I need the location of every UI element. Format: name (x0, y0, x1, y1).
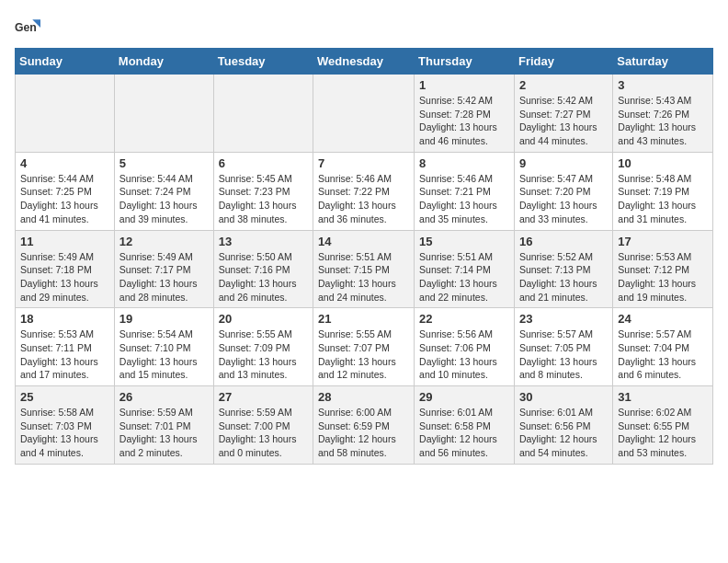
day-number: 1 (419, 78, 509, 92)
day-info: Sunrise: 6:00 AM Sunset: 6:59 PM Dayligh… (318, 406, 409, 460)
day-info: Sunrise: 5:44 AM Sunset: 7:24 PM Dayligh… (119, 172, 209, 226)
calendar-cell: 15Sunrise: 5:51 AM Sunset: 7:14 PM Dayli… (415, 230, 515, 308)
weekday-header-saturday: Saturday (613, 49, 713, 75)
calendar-cell: 28Sunrise: 6:00 AM Sunset: 6:59 PM Dayli… (313, 386, 415, 465)
calendar-cell: 29Sunrise: 6:01 AM Sunset: 6:58 PM Dayli… (415, 386, 515, 465)
calendar-cell: 16Sunrise: 5:52 AM Sunset: 7:13 PM Dayli… (514, 230, 612, 308)
day-info: Sunrise: 6:01 AM Sunset: 6:56 PM Dayligh… (519, 406, 608, 460)
day-info: Sunrise: 5:46 AM Sunset: 7:21 PM Dayligh… (419, 172, 509, 226)
calendar-cell: 10Sunrise: 5:48 AM Sunset: 7:19 PM Dayli… (613, 152, 713, 230)
logo: Gen (15, 15, 44, 40)
weekday-header-sunday: Sunday (16, 49, 115, 75)
day-info: Sunrise: 5:42 AM Sunset: 7:28 PM Dayligh… (419, 94, 509, 148)
day-info: Sunrise: 6:01 AM Sunset: 6:58 PM Dayligh… (419, 406, 509, 460)
calendar-table: SundayMondayTuesdayWednesdayThursdayFrid… (15, 48, 713, 465)
day-number: 19 (119, 312, 209, 326)
logo-icon: Gen (15, 15, 40, 40)
day-number: 25 (20, 390, 109, 404)
weekday-header-tuesday: Tuesday (213, 49, 313, 75)
day-number: 18 (20, 312, 109, 326)
calendar-week-row: 1Sunrise: 5:42 AM Sunset: 7:28 PM Daylig… (16, 75, 713, 153)
calendar-cell: 23Sunrise: 5:57 AM Sunset: 7:05 PM Dayli… (514, 308, 612, 386)
day-info: Sunrise: 5:52 AM Sunset: 7:13 PM Dayligh… (519, 250, 608, 304)
weekday-header-wednesday: Wednesday (313, 49, 415, 75)
calendar-week-row: 11Sunrise: 5:49 AM Sunset: 7:18 PM Dayli… (16, 230, 713, 308)
day-number: 20 (219, 312, 308, 326)
calendar-cell: 30Sunrise: 6:01 AM Sunset: 6:56 PM Dayli… (514, 386, 612, 465)
calendar-week-row: 25Sunrise: 5:58 AM Sunset: 7:03 PM Dayli… (16, 386, 713, 465)
calendar-cell: 17Sunrise: 5:53 AM Sunset: 7:12 PM Dayli… (613, 230, 713, 308)
calendar-cell: 13Sunrise: 5:50 AM Sunset: 7:16 PM Dayli… (213, 230, 313, 308)
calendar-cell: 27Sunrise: 5:59 AM Sunset: 7:00 PM Dayli… (213, 386, 313, 465)
day-info: Sunrise: 5:55 AM Sunset: 7:07 PM Dayligh… (318, 327, 409, 382)
svg-text:Gen: Gen (15, 21, 37, 34)
day-number: 10 (618, 156, 708, 170)
day-number: 14 (318, 235, 409, 248)
calendar-cell: 4Sunrise: 5:44 AM Sunset: 7:25 PM Daylig… (16, 152, 115, 230)
day-number: 8 (419, 156, 509, 170)
day-info: Sunrise: 5:55 AM Sunset: 7:09 PM Dayligh… (219, 327, 308, 382)
day-number: 21 (318, 312, 409, 326)
calendar-cell: 8Sunrise: 5:46 AM Sunset: 7:21 PM Daylig… (415, 152, 515, 230)
day-info: Sunrise: 5:53 AM Sunset: 7:12 PM Dayligh… (618, 250, 708, 304)
calendar-cell: 6Sunrise: 5:45 AM Sunset: 7:23 PM Daylig… (213, 152, 313, 230)
calendar-cell: 19Sunrise: 5:54 AM Sunset: 7:10 PM Dayli… (114, 308, 213, 386)
day-info: Sunrise: 6:02 AM Sunset: 6:55 PM Dayligh… (618, 406, 708, 460)
calendar-cell: 9Sunrise: 5:47 AM Sunset: 7:20 PM Daylig… (514, 152, 612, 230)
calendar-cell: 25Sunrise: 5:58 AM Sunset: 7:03 PM Dayli… (16, 386, 115, 465)
day-number: 13 (219, 235, 308, 248)
day-number: 24 (618, 312, 708, 326)
day-info: Sunrise: 5:46 AM Sunset: 7:22 PM Dayligh… (318, 172, 409, 226)
day-info: Sunrise: 5:44 AM Sunset: 7:25 PM Dayligh… (20, 172, 109, 226)
calendar-cell: 7Sunrise: 5:46 AM Sunset: 7:22 PM Daylig… (313, 152, 415, 230)
calendar-week-row: 18Sunrise: 5:53 AM Sunset: 7:11 PM Dayli… (16, 308, 713, 386)
day-number: 28 (318, 390, 409, 404)
day-number: 15 (419, 235, 509, 248)
day-number: 27 (219, 390, 308, 404)
day-number: 17 (618, 235, 708, 248)
calendar-cell (114, 75, 213, 153)
calendar-cell: 21Sunrise: 5:55 AM Sunset: 7:07 PM Dayli… (313, 308, 415, 386)
day-number: 5 (119, 156, 209, 170)
calendar-cell: 12Sunrise: 5:49 AM Sunset: 7:17 PM Dayli… (114, 230, 213, 308)
day-info: Sunrise: 5:51 AM Sunset: 7:15 PM Dayligh… (318, 250, 409, 304)
day-number: 23 (519, 312, 608, 326)
day-info: Sunrise: 5:57 AM Sunset: 7:04 PM Dayligh… (618, 327, 708, 382)
day-info: Sunrise: 5:45 AM Sunset: 7:23 PM Dayligh… (219, 172, 308, 226)
day-info: Sunrise: 5:49 AM Sunset: 7:17 PM Dayligh… (119, 250, 209, 304)
day-info: Sunrise: 5:58 AM Sunset: 7:03 PM Dayligh… (20, 406, 109, 460)
day-info: Sunrise: 5:43 AM Sunset: 7:26 PM Dayligh… (618, 94, 708, 148)
day-number: 29 (419, 390, 509, 404)
calendar-cell: 24Sunrise: 5:57 AM Sunset: 7:04 PM Dayli… (613, 308, 713, 386)
day-number: 4 (20, 156, 109, 170)
day-info: Sunrise: 5:54 AM Sunset: 7:10 PM Dayligh… (119, 327, 209, 382)
calendar-cell: 22Sunrise: 5:56 AM Sunset: 7:06 PM Dayli… (415, 308, 515, 386)
calendar-cell (313, 75, 415, 153)
day-number: 11 (20, 235, 109, 248)
day-number: 16 (519, 235, 608, 248)
calendar-cell: 26Sunrise: 5:59 AM Sunset: 7:01 PM Dayli… (114, 386, 213, 465)
day-number: 26 (119, 390, 209, 404)
day-info: Sunrise: 5:42 AM Sunset: 7:27 PM Dayligh… (519, 94, 608, 148)
calendar-cell: 20Sunrise: 5:55 AM Sunset: 7:09 PM Dayli… (213, 308, 313, 386)
calendar-cell (213, 75, 313, 153)
page-header: Gen (15, 15, 713, 40)
day-number: 30 (519, 390, 608, 404)
weekday-header-thursday: Thursday (415, 49, 515, 75)
calendar-week-row: 4Sunrise: 5:44 AM Sunset: 7:25 PM Daylig… (16, 152, 713, 230)
day-info: Sunrise: 5:53 AM Sunset: 7:11 PM Dayligh… (20, 327, 109, 382)
calendar-cell: 3Sunrise: 5:43 AM Sunset: 7:26 PM Daylig… (613, 75, 713, 153)
day-number: 6 (219, 156, 308, 170)
day-number: 3 (618, 78, 708, 92)
weekday-header-friday: Friday (514, 49, 612, 75)
calendar-cell: 2Sunrise: 5:42 AM Sunset: 7:27 PM Daylig… (514, 75, 612, 153)
day-number: 2 (519, 78, 608, 92)
calendar-cell: 31Sunrise: 6:02 AM Sunset: 6:55 PM Dayli… (613, 386, 713, 465)
calendar-cell: 11Sunrise: 5:49 AM Sunset: 7:18 PM Dayli… (16, 230, 115, 308)
day-info: Sunrise: 5:51 AM Sunset: 7:14 PM Dayligh… (419, 250, 509, 304)
day-info: Sunrise: 5:57 AM Sunset: 7:05 PM Dayligh… (519, 327, 608, 382)
weekday-header-row: SundayMondayTuesdayWednesdayThursdayFrid… (16, 49, 713, 75)
calendar-cell (16, 75, 115, 153)
day-info: Sunrise: 5:48 AM Sunset: 7:19 PM Dayligh… (618, 172, 708, 226)
calendar-cell: 5Sunrise: 5:44 AM Sunset: 7:24 PM Daylig… (114, 152, 213, 230)
